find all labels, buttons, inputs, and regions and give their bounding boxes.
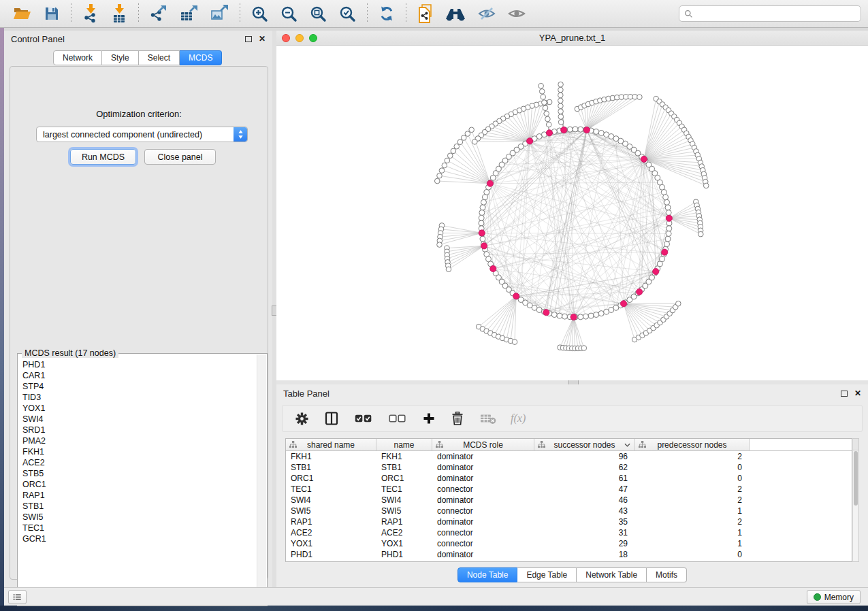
table-cell: dominator [432, 462, 534, 473]
network-window-titlebar[interactable]: YPA_prune.txt_1 [276, 31, 868, 46]
mcds-result-item[interactable]: YOX1 [22, 403, 257, 414]
eye-slash-icon [478, 7, 496, 20]
export-image-button[interactable] [206, 3, 233, 24]
close-panel-icon[interactable]: ✕ [259, 35, 266, 43]
table-row[interactable]: SWI4SWI4dominator462 [286, 495, 852, 506]
table-cell: SWI5 [376, 506, 432, 516]
save-session-button[interactable] [39, 4, 64, 23]
export-table-button[interactable] [176, 3, 202, 24]
table-cell: 43 [534, 506, 635, 516]
mcds-result-item[interactable]: TID3 [22, 392, 257, 403]
table-row[interactable]: FKH1FKH1dominator962 [286, 451, 852, 462]
table-settings-button[interactable] [291, 411, 312, 427]
mcds-result-item[interactable]: SWI4 [22, 414, 257, 425]
tab-edge-table[interactable]: Edge Table [517, 567, 577, 582]
show-columns-button[interactable] [321, 410, 342, 427]
network-title: YPA_prune.txt_1 [276, 33, 868, 43]
table-cell: STB1 [286, 462, 376, 473]
network-canvas[interactable] [276, 46, 868, 380]
table-row[interactable]: TEC1TEC1connector472 [286, 484, 852, 495]
table-row[interactable]: ORC1ORC1dominator610 [286, 473, 852, 484]
search-box [679, 5, 861, 22]
mcds-result-item[interactable]: PMA2 [22, 435, 257, 446]
mcds-result-item[interactable]: SRD1 [22, 425, 257, 435]
tab-network[interactable]: Network [53, 50, 102, 65]
add-button[interactable] [419, 411, 439, 426]
search-input[interactable] [696, 8, 856, 19]
mcds-result-item[interactable]: STP4 [22, 381, 257, 392]
import-network-button[interactable] [78, 3, 103, 24]
tab-mcds[interactable]: MCDS [180, 50, 222, 65]
import-table-icon [111, 4, 127, 23]
table-cell: 31 [534, 527, 635, 538]
criterion-dropdown-value: largest connected component (undirected) [37, 130, 234, 139]
delete-button[interactable] [447, 410, 468, 427]
mcds-result-item[interactable]: GCR1 [22, 533, 257, 544]
mcds-result-item[interactable]: ORC1 [22, 479, 257, 490]
mcds-result-item[interactable]: PHD1 [22, 359, 257, 370]
tab-motifs[interactable]: Motifs [647, 567, 687, 582]
tab-network-table[interactable]: Network Table [577, 567, 647, 582]
float-panel-icon[interactable] [245, 36, 252, 42]
mcds-result-item[interactable]: ACE2 [22, 457, 257, 468]
table-row[interactable]: RAP1RAP1dominator352 [286, 516, 852, 527]
select-all-button[interactable] [351, 412, 376, 425]
control-panel-tabs: NetworkStyleSelectMCDS [53, 50, 222, 65]
table-cell: 0 [635, 549, 750, 560]
table-row[interactable]: ACE2ACE2connector311 [286, 527, 852, 538]
mcds-result-item[interactable]: TEC1 [22, 523, 257, 533]
export-network-button[interactable] [146, 3, 172, 24]
task-history-button[interactable] [8, 590, 27, 604]
mcds-result-item[interactable]: STB5 [22, 468, 257, 479]
fit-selected-button[interactable] [335, 4, 360, 24]
open-file-button[interactable] [9, 4, 35, 23]
mcds-result-item[interactable]: RAP1 [22, 490, 257, 501]
table-scrollbar[interactable] [852, 438, 859, 562]
mcds-result-item[interactable]: FKH1 [22, 446, 257, 457]
table-cell: connector [432, 506, 534, 516]
column-header-name[interactable]: name [376, 439, 432, 450]
desktop-wallpaper-bottom-strip [0, 606, 868, 611]
mcds-result-item[interactable]: SWI5 [22, 512, 257, 523]
table-cell: connector [432, 538, 534, 549]
float-table-panel-icon[interactable] [841, 391, 848, 397]
close-table-panel-icon[interactable]: ✕ [854, 389, 861, 397]
table-cell: dominator [432, 451, 534, 462]
close-panel-button[interactable]: Close panel [144, 149, 216, 165]
table-cell: YOX1 [286, 538, 376, 549]
fit-content-button[interactable] [306, 4, 331, 24]
export-network-icon [150, 5, 167, 22]
table-row[interactable]: YOX1YOX1connector291 [286, 538, 852, 549]
zoom-out-button[interactable] [276, 4, 302, 24]
memory-button[interactable]: Memory [807, 590, 861, 604]
tab-style[interactable]: Style [102, 50, 139, 65]
table-row[interactable]: PHD1PHD1dominator180 [286, 549, 852, 560]
deselect-all-button[interactable] [385, 412, 411, 425]
mcds-result-item[interactable]: STB1 [22, 501, 257, 512]
column-header-predecessor-nodes[interactable]: predecessor nodes [635, 439, 750, 450]
refresh-view-button[interactable] [374, 4, 399, 23]
table-scrollbar-thumb[interactable] [854, 451, 858, 506]
tab-select[interactable]: Select [139, 50, 180, 65]
zoom-in-button[interactable] [247, 4, 272, 24]
new-network-from-selection-button[interactable] [413, 3, 437, 24]
column-header-MCDS-role[interactable]: MCDS role [432, 439, 534, 450]
hide-graphics-details-button[interactable] [474, 5, 500, 22]
find-button[interactable] [441, 5, 470, 22]
show-graphics-details-button[interactable] [504, 5, 530, 22]
table-row[interactable]: STB1STB1dominator620 [286, 462, 852, 473]
mcds-result-item[interactable]: CAR1 [22, 370, 257, 381]
column-header-shared-name[interactable]: shared name [286, 439, 376, 450]
column-header-successor-nodes[interactable]: successor nodes [534, 439, 635, 450]
function-builder-button[interactable]: f(x) [507, 412, 530, 425]
delete-table-button[interactable] [476, 412, 500, 426]
table-row[interactable]: SWI5SWI5connector431 [286, 506, 852, 516]
table-cell: dominator [432, 495, 534, 506]
run-mcds-button[interactable]: Run MCDS [70, 149, 136, 165]
criterion-dropdown[interactable]: largest connected component (undirected) [36, 127, 248, 142]
tab-node-table[interactable]: Node Table [457, 567, 518, 582]
table-cell: 2 [635, 484, 750, 495]
table-cell: 46 [534, 495, 635, 506]
mcds-list-scrollbar[interactable] [257, 354, 266, 605]
import-table-button[interactable] [107, 3, 131, 24]
